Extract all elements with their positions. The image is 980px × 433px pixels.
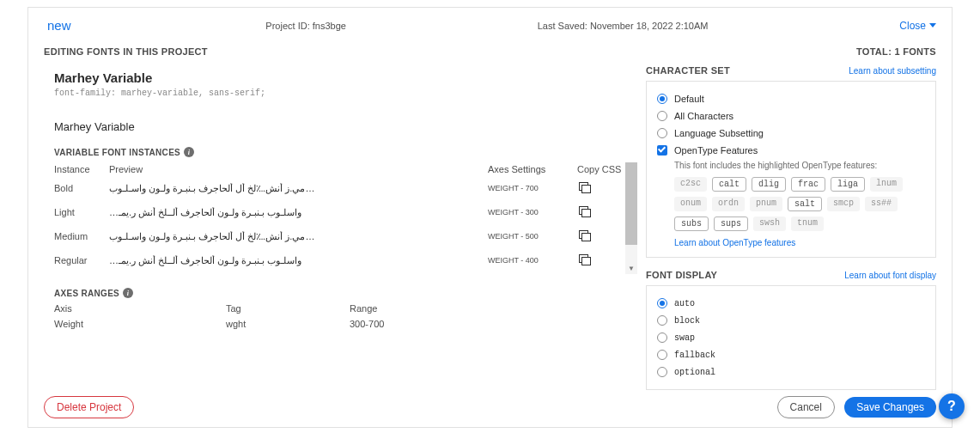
copy-css-button[interactable]	[577, 206, 629, 218]
radio-icon	[657, 111, 667, 121]
fontdisplay-option[interactable]: fallback	[657, 346, 925, 363]
instance-name: Bold	[54, 183, 109, 193]
info-icon[interactable]: i	[123, 288, 133, 298]
close-button[interactable]: Close	[899, 20, 936, 32]
project-name[interactable]: new	[44, 16, 75, 34]
fontdisplay-option[interactable]: auto	[657, 295, 925, 312]
option-label: block	[674, 316, 700, 326]
feature-tag-smcp[interactable]: smcp	[827, 197, 860, 211]
radio-icon	[657, 350, 667, 360]
project-id: Project ID: fns3bge	[265, 21, 346, 31]
cancel-button[interactable]: Cancel	[777, 396, 835, 418]
instance-preview: …مي.ز أنش؊لخ أل ألحاجرف بـنبـرة ولـون وا…	[109, 183, 488, 194]
option-label: OpenType Features	[674, 145, 758, 156]
chevron-down-icon	[929, 23, 936, 27]
instances-table: Instance Preview Axes Settings Copy CSS …	[54, 162, 629, 276]
feature-tag-calt[interactable]: calt	[712, 177, 746, 192]
option-label: auto	[674, 299, 695, 308]
feature-tag-pnum[interactable]: pnum	[750, 197, 782, 211]
copy-icon	[577, 182, 589, 192]
col-preview: Preview	[109, 164, 488, 174]
instance-name: Regular	[54, 255, 109, 265]
fontdisplay-option[interactable]: swap	[657, 329, 925, 346]
col-copy: Copy CSS	[577, 164, 629, 174]
delete-project-button[interactable]: Delete Project	[44, 396, 134, 418]
range-row: Weightwght300-700	[54, 319, 629, 329]
info-icon[interactable]: i	[184, 147, 194, 157]
charset-section: DefaultAll CharactersLanguage Subsetting…	[646, 81, 936, 258]
instance-row: Medium…مي.ز أنش؊لخ أل ألحاجرف بـنبـرة ول…	[54, 224, 629, 248]
feature-tag-frac[interactable]: frac	[791, 177, 825, 192]
learn-subsetting-link[interactable]: Learn about subsetting	[849, 66, 936, 76]
ranges-head: Axis Tag Range	[54, 303, 629, 314]
radio-icon	[657, 367, 667, 377]
left-pane: Marhey Variable font-family: marhey-vari…	[44, 65, 629, 390]
copy-css-button[interactable]	[577, 254, 629, 266]
option-label: optional	[674, 368, 715, 377]
fontdisplay-option[interactable]: block	[657, 312, 925, 329]
total-label: TOTAL: 1 FONTS	[856, 46, 936, 57]
font-css: font-family: marhey-variable, sans-serif…	[54, 88, 629, 98]
table-head: Instance Preview Axes Settings Copy CSS	[54, 162, 629, 176]
feature-tag-ss##[interactable]: ss##	[865, 197, 898, 211]
help-button[interactable]: ?	[939, 393, 965, 419]
copy-icon	[577, 230, 589, 241]
scrollbar[interactable]: ▼	[625, 162, 637, 274]
col-instance: Instance	[54, 164, 109, 174]
col-axes: Axes Settings	[488, 164, 577, 174]
instance-preview: واسلـوب بـنبـرة ولـون ألحاجرف ألــلخ أنش…	[109, 255, 488, 266]
font-title: Marhey Variable	[54, 70, 629, 85]
range-tag: wght	[226, 319, 350, 329]
fontdisplay-section: autoblockswapfallbackoptional	[646, 285, 936, 390]
feature-tag-tnum[interactable]: tnum	[791, 216, 824, 231]
feature-tag-salt[interactable]: salt	[788, 197, 822, 211]
charset-option[interactable]: Default	[657, 90, 925, 107]
feature-tag-onum[interactable]: onum	[674, 197, 707, 211]
editing-label: EDITING FONTS IN THIS PROJECT	[44, 46, 208, 57]
fontdisplay-option[interactable]: optional	[657, 363, 925, 381]
instance-name: Light	[54, 207, 109, 217]
instance-preview: واسلـوب بـنبـرة ولـون ألحاجرف ألــلخ أنش…	[109, 207, 488, 218]
radio-icon	[657, 128, 667, 138]
copy-css-button[interactable]	[577, 182, 629, 194]
feature-tag-dlig[interactable]: dlig	[752, 177, 786, 192]
charset-option[interactable]: All Characters	[657, 107, 925, 125]
feature-tag-ordn[interactable]: ordn	[712, 197, 745, 211]
opentype-note: This font includes the highlighted OpenT…	[674, 161, 925, 170]
option-label: fallback	[674, 351, 715, 360]
instance-axes: WEIGHT - 500	[488, 232, 577, 241]
last-saved: Last Saved: November 18, 2022 2:10AM	[538, 21, 709, 31]
feature-tag-c2sc[interactable]: c2sc	[674, 177, 707, 192]
feature-tag-swsh[interactable]: swsh	[753, 216, 786, 231]
radio-icon	[657, 332, 667, 343]
scroll-thumb[interactable]	[625, 162, 637, 245]
fontdisplay-header: FONT DISPLAY Learn about font display	[646, 270, 936, 280]
scroll-down-icon[interactable]: ▼	[625, 262, 637, 274]
subheader-row: EDITING FONTS IN THIS PROJECT TOTAL: 1 F…	[44, 46, 936, 57]
instance-preview: …مي.ز أنش؊لخ أل ألحاجرف بـنبـرة ولـون وا…	[109, 231, 488, 242]
feature-tag-lnum[interactable]: lnum	[870, 177, 903, 192]
learn-opentype-link[interactable]: Learn about OpenType features	[674, 238, 795, 247]
feature-tag-sups[interactable]: sups	[714, 216, 748, 231]
instance-axes: WEIGHT - 300	[488, 208, 577, 216]
instance-axes: WEIGHT - 400	[488, 256, 577, 265]
header-row: new Project ID: fns3bge Last Saved: Nove…	[44, 16, 936, 34]
feature-tag-liga[interactable]: liga	[831, 177, 865, 192]
copy-css-button[interactable]	[577, 230, 629, 242]
feature-tag-subs[interactable]: subs	[674, 216, 709, 231]
option-label: Language Subsetting	[674, 128, 764, 138]
charset-option[interactable]: OpenType Features	[657, 142, 925, 159]
learn-fontdisplay-link[interactable]: Learn about font display	[844, 271, 936, 280]
save-changes-button[interactable]: Save Changes	[844, 397, 936, 418]
project-panel: new Project ID: fns3bge Last Saved: Nove…	[27, 7, 953, 428]
radio-icon	[657, 298, 667, 308]
radio-icon	[657, 94, 667, 104]
instance-name: Medium	[54, 231, 109, 241]
range-value: 300-700	[350, 319, 470, 329]
instance-row: Bold…مي.ز أنش؊لخ أل ألحاجرف بـنبـرة ولـو…	[54, 176, 629, 200]
charset-option[interactable]: Language Subsetting	[657, 125, 925, 142]
option-label: All Characters	[674, 111, 733, 121]
checkbox-icon	[657, 145, 667, 156]
option-label: swap	[674, 333, 695, 343]
instance-axes: WEIGHT - 700	[488, 184, 577, 192]
